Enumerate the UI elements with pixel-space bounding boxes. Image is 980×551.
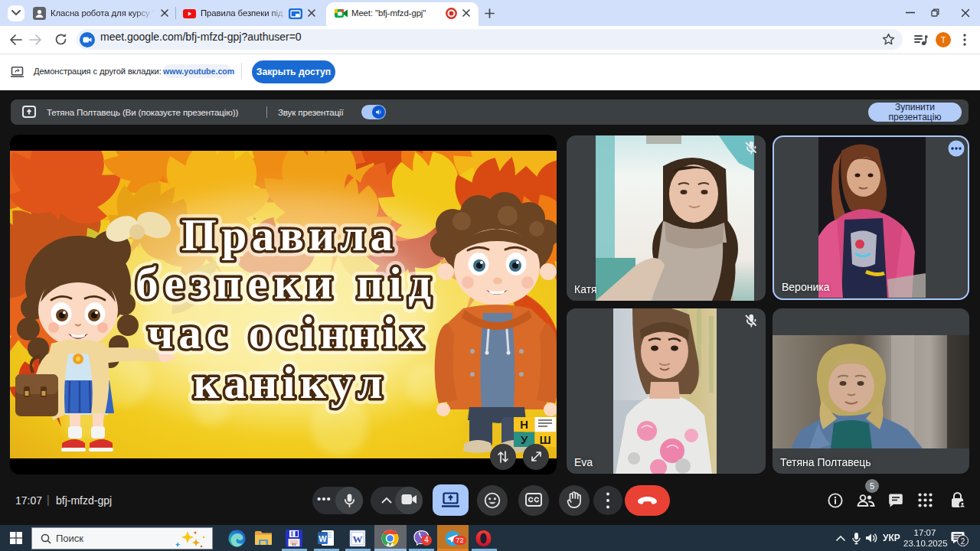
- svg-text:Ш: Ш: [540, 433, 551, 446]
- svg-text:час осінніх: час осінніх: [148, 308, 424, 358]
- svg-text:Правила: Правила: [181, 210, 393, 260]
- svg-text:W: W: [318, 534, 327, 543]
- svg-text:У: У: [521, 433, 528, 446]
- svg-text:sv: sv: [292, 542, 296, 546]
- svg-text:Н: Н: [520, 418, 528, 431]
- svg-text:W: W: [353, 533, 363, 545]
